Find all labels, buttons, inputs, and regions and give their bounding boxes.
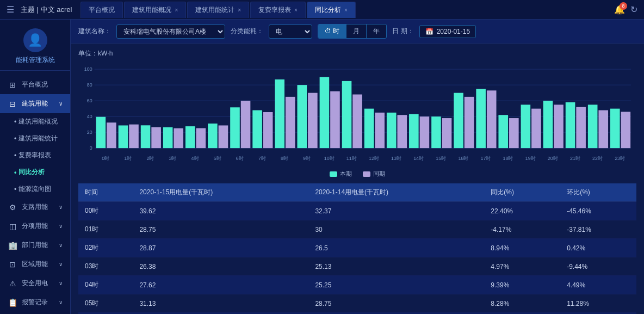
bar-prev-19 bbox=[531, 109, 541, 149]
nav-label: 部门用能 bbox=[22, 241, 48, 250]
nav-arrow-icon: ∨ bbox=[59, 280, 63, 286]
bar-prev-0 bbox=[107, 122, 116, 148]
sub-item-同比分析[interactable]: 同比分析 bbox=[0, 164, 70, 181]
svg-text:20: 20 bbox=[87, 130, 92, 135]
legend-current-label: 本期 bbox=[340, 170, 352, 178]
sub-nav-building: 建筑用能概况建筑用能统计复费率报表同比分析能源流向图 bbox=[0, 113, 70, 198]
sub-item-建筑用能概况[interactable]: 建筑用能概况 bbox=[0, 113, 70, 130]
nav-item-支路用能[interactable]: ⚙ 支路用能∨ bbox=[0, 198, 70, 217]
nav-arrow-icon: ∨ bbox=[59, 204, 63, 210]
time-btn-⏱ 时[interactable]: ⏱ 时 bbox=[318, 24, 346, 38]
cell-yoy: 9.39% bbox=[484, 276, 560, 294]
tab-建筑用能概况[interactable]: 建筑用能概况× bbox=[124, 2, 186, 18]
bar-chart: 1008060402000时1时2时3时4时5时6时7时8时9时10时11时12… bbox=[78, 61, 636, 168]
nav-item-安全用电[interactable]: ⚠ 安全用电∨ bbox=[0, 274, 70, 293]
tab-close-icon[interactable]: × bbox=[175, 7, 178, 13]
cell-current: 39.62 bbox=[133, 202, 308, 220]
tab-close-icon[interactable]: × bbox=[344, 7, 348, 13]
refresh-icon[interactable]: ↻ bbox=[630, 4, 637, 15]
notification-icon[interactable]: 🔔8 bbox=[614, 4, 625, 15]
svg-text:5时: 5时 bbox=[214, 156, 221, 161]
svg-text:15时: 15时 bbox=[436, 156, 446, 161]
bar-current-15 bbox=[431, 116, 441, 148]
category-select[interactable]: 电 bbox=[269, 24, 312, 39]
bar-prev-20 bbox=[554, 104, 564, 148]
cell-time: 05时 bbox=[78, 294, 133, 313]
bar-current-21 bbox=[566, 102, 575, 148]
svg-text:17时: 17时 bbox=[481, 156, 491, 161]
nav-item-建筑用能[interactable]: ⊟ 建筑用能∨ bbox=[0, 94, 70, 113]
bar-prev-21 bbox=[576, 107, 586, 148]
svg-text:100: 100 bbox=[84, 66, 92, 72]
bar-prev-12 bbox=[375, 113, 385, 148]
nav-label: 建筑用能 bbox=[22, 99, 48, 108]
svg-text:20时: 20时 bbox=[548, 156, 558, 161]
cell-qoq: 4.49% bbox=[560, 276, 636, 294]
bar-prev-16 bbox=[465, 97, 474, 148]
bar-current-0 bbox=[96, 117, 106, 148]
nav-item-分项用能[interactable]: ◫ 分项用能∨ bbox=[0, 217, 70, 236]
svg-text:0: 0 bbox=[90, 145, 92, 151]
date-picker[interactable]: 📅 2020-01-15 bbox=[419, 25, 476, 38]
col-header: 2020-1-15用电量(千瓦时) bbox=[133, 183, 308, 202]
building-select[interactable]: 安科瑞电气股份有限公司A楼 bbox=[116, 24, 225, 39]
cell-yoy: 8.94% bbox=[484, 239, 560, 257]
nav-item-区域用能[interactable]: ⊡ 区域用能∨ bbox=[0, 255, 70, 274]
legend-current: 本期 bbox=[330, 170, 352, 178]
avatar: 👤 bbox=[23, 28, 47, 52]
tab-bar: 平台概况建筑用能概况×建筑用能统计×复费率报表×同比分析× bbox=[81, 2, 614, 18]
svg-text:11时: 11时 bbox=[346, 156, 357, 161]
bar-prev-11 bbox=[352, 95, 362, 149]
sidebar-user: 👤 能耗管理系统 bbox=[0, 20, 70, 71]
svg-text:40: 40 bbox=[87, 114, 92, 119]
sub-item-建筑用能统计[interactable]: 建筑用能统计 bbox=[0, 130, 70, 147]
tab-复费率报表[interactable]: 复费率报表× bbox=[250, 2, 306, 18]
legend-prev-dot bbox=[363, 171, 370, 177]
svg-text:2时: 2时 bbox=[146, 156, 154, 161]
cell-prev: 25.25 bbox=[308, 276, 484, 294]
tab-平台概况[interactable]: 平台概况 bbox=[81, 2, 123, 18]
chart-container: 1008060402000时1时2时3时4时5时6时7时8时9时10时11时12… bbox=[78, 61, 636, 168]
nav-arrow-icon: ∨ bbox=[59, 101, 63, 107]
sub-item-复费率报表[interactable]: 复费率报表 bbox=[0, 147, 70, 164]
sub-item-能源流向图[interactable]: 能源流向图 bbox=[0, 181, 70, 198]
bar-current-13 bbox=[387, 113, 397, 148]
main-content: 建筑名称： 安科瑞电气股份有限公司A楼 分类能耗： 电 ⏱ 时月年 日 期： 📅… bbox=[71, 20, 644, 314]
nav-item-报警记录[interactable]: 📋 报警记录∨ bbox=[0, 293, 70, 312]
svg-text:21时: 21时 bbox=[570, 156, 580, 161]
tab-close-icon[interactable]: × bbox=[294, 7, 298, 13]
svg-text:22时: 22时 bbox=[592, 156, 603, 161]
nav-item-平台概况[interactable]: ⊞ 平台概况 bbox=[0, 75, 70, 94]
cell-current: 26.38 bbox=[133, 257, 308, 276]
nav-icon: 🏢 bbox=[8, 241, 17, 250]
time-btn-月[interactable]: 月 bbox=[346, 24, 367, 38]
bar-current-23 bbox=[610, 109, 620, 149]
nav-icon: ⚙ bbox=[8, 203, 17, 212]
bar-prev-2 bbox=[151, 127, 161, 148]
legend-current-dot bbox=[330, 171, 337, 177]
svg-text:1时: 1时 bbox=[124, 156, 132, 161]
data-table-section: 时间2020-1-15用电量(千瓦时)2020-1-14用电量(千瓦时)同比(%… bbox=[71, 183, 644, 314]
bar-prev-9 bbox=[308, 93, 318, 149]
tab-同比分析[interactable]: 同比分析× bbox=[307, 2, 356, 18]
tab-建筑用能统计[interactable]: 建筑用能统计× bbox=[187, 2, 249, 18]
building-label: 建筑名称： bbox=[78, 27, 111, 36]
cell-prev: 28.75 bbox=[308, 294, 484, 313]
calendar-icon: 📅 bbox=[425, 28, 434, 35]
time-btn-年[interactable]: 年 bbox=[367, 24, 386, 38]
nav-item-系统设置[interactable]: ⚙ 系统设置∨ bbox=[0, 312, 70, 314]
nav-label: 分项用能 bbox=[22, 221, 48, 231]
filter-bar: 建筑名称： 安科瑞电气股份有限公司A楼 分类能耗： 电 ⏱ 时月年 日 期： 📅… bbox=[71, 20, 644, 44]
col-header: 环比(%) bbox=[560, 183, 636, 202]
cell-qoq: -45.46% bbox=[560, 202, 636, 220]
table-row: 00时39.6232.3722.40%-45.46% bbox=[78, 202, 636, 220]
svg-text:16时: 16时 bbox=[458, 156, 468, 161]
menu-icon[interactable]: ☰ bbox=[7, 4, 14, 15]
nav-arrow-icon: ∨ bbox=[59, 261, 63, 267]
cell-time: 01时 bbox=[78, 220, 133, 239]
nav-label: 平台概况 bbox=[22, 80, 48, 89]
nav-label: 安全用电 bbox=[22, 279, 48, 288]
tab-close-icon[interactable]: × bbox=[238, 7, 241, 13]
table-row: 01时28.7530-4.17%-37.81% bbox=[78, 220, 636, 239]
nav-item-部门用能[interactable]: 🏢 部门用能∨ bbox=[0, 236, 70, 255]
